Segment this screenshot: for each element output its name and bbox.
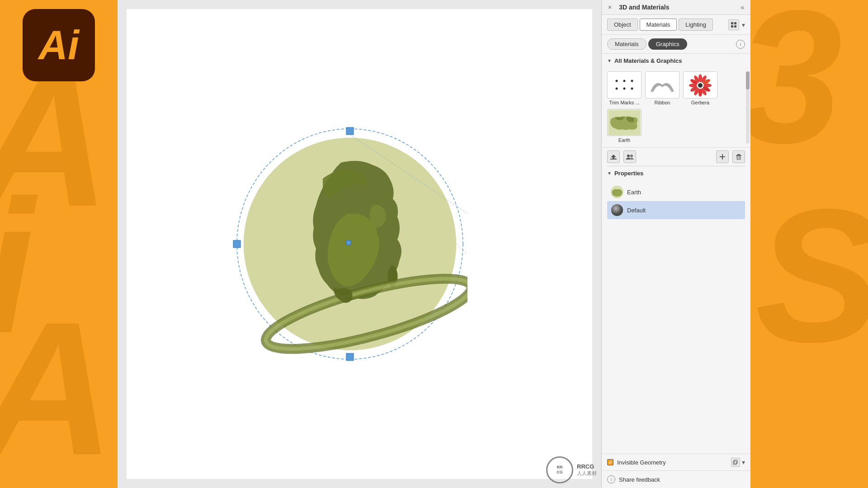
property-item-default[interactable]: Default — [607, 201, 745, 219]
sub-tab-graphics[interactable]: Graphics — [648, 38, 687, 50]
info-icon[interactable]: i — [736, 40, 745, 49]
checkbox-check-icon: ✓ — [609, 460, 612, 465]
ai-logo-text: Ai — [38, 25, 79, 66]
svg-rect-39 — [610, 159, 617, 160]
tabs-extra: ▾ — [728, 19, 745, 30]
svg-rect-15 — [734, 25, 736, 28]
svg-point-50 — [611, 204, 623, 216]
properties-arrow: ▼ — [607, 171, 612, 176]
main-tabs-row: Object Materials Lighting ▾ — [602, 15, 750, 35]
earth-property-label: Earth — [627, 189, 641, 196]
svg-rect-12 — [731, 22, 733, 24]
materials-scroll-track[interactable] — [746, 71, 750, 144]
brand-label: RRCG 人人素材 — [577, 463, 597, 477]
watermark-right-3: 3 — [750, 0, 843, 172]
panel-top-bar: × 3D and Materials « — [602, 0, 750, 15]
globe-container[interactable] — [232, 127, 467, 361]
gerbera-label: Gerbera — [691, 100, 709, 105]
materials-grid: Trim Marks ... Ribbon — [602, 68, 750, 147]
svg-point-17 — [616, 80, 618, 82]
watermark-3: A — [0, 294, 114, 483]
svg-point-20 — [616, 87, 618, 89]
section-collapse-arrow: ▼ — [607, 58, 612, 63]
svg-point-37 — [698, 83, 703, 88]
section-all-materials-label: All Materials & Graphics — [614, 57, 682, 64]
svg-rect-51 — [733, 461, 736, 465]
svg-point-40 — [627, 155, 630, 157]
watermark-a-mid: i — [0, 172, 35, 361]
material-item-ribbon[interactable]: Ribbon — [645, 71, 679, 105]
properties-label: Properties — [614, 170, 643, 177]
material-item-gerbera[interactable]: Gerbera — [683, 71, 717, 105]
brand-watermark: RRCG RRCG 人人素材 — [546, 456, 597, 483]
right-panel: × 3D and Materials « Object Materials Li… — [601, 0, 750, 488]
svg-rect-13 — [734, 22, 736, 24]
earth-thumb — [607, 109, 642, 136]
share-feedback-text[interactable]: Share feedback — [619, 476, 660, 483]
person-group-button[interactable] — [623, 150, 636, 163]
grid-view-icon[interactable] — [728, 19, 739, 30]
svg-point-21 — [623, 87, 626, 89]
svg-point-41 — [630, 155, 633, 157]
globe-svg[interactable] — [232, 127, 467, 361]
panel-title: 3D and Materials — [619, 4, 669, 11]
tab-materials[interactable]: Materials — [640, 19, 677, 31]
panel-close-button[interactable]: × — [606, 3, 613, 12]
svg-rect-14 — [731, 25, 733, 28]
tab-lighting[interactable]: Lighting — [679, 19, 713, 31]
ig-copy-icon[interactable] — [731, 458, 740, 467]
materials-scroll-area: Trim Marks ... Ribbon — [602, 68, 750, 147]
material-item-earth[interactable]: Earth — [607, 109, 642, 143]
svg-point-18 — [623, 80, 626, 82]
property-item-earth[interactable]: Earth — [607, 183, 745, 201]
earth-label: Earth — [618, 137, 630, 143]
add-material-button[interactable] — [716, 150, 729, 163]
invisible-geometry-row: ✓ Invisible Geometry ▾ — [602, 454, 750, 470]
properties-list: Earth Default — [602, 180, 750, 222]
default-property-label: Default — [627, 207, 646, 214]
svg-point-19 — [631, 80, 633, 82]
svg-rect-8 — [233, 240, 241, 248]
left-sidebar: A i A Ai — [0, 0, 118, 488]
material-item-trim-marks[interactable]: Trim Marks ... — [607, 71, 642, 105]
sub-tabs-row: Materials Graphics i — [602, 35, 750, 54]
ig-expand-icon[interactable]: ▾ — [742, 459, 745, 466]
main-canvas: RRCG RRCG 人人素材 — [118, 0, 601, 488]
svg-rect-9 — [346, 240, 351, 245]
watermark-right-s: S — [755, 181, 868, 371]
ribbon-thumb — [645, 71, 679, 99]
panel-collapse-button[interactable]: « — [739, 3, 746, 12]
share-feedback-info-icon: i — [607, 475, 615, 483]
brand-circle: RRCG — [546, 456, 573, 483]
svg-rect-16 — [609, 73, 640, 98]
trim-marks-thumb — [607, 71, 642, 99]
save-to-library-button[interactable] — [607, 150, 620, 163]
tab-object[interactable]: Object — [607, 19, 638, 31]
svg-point-22 — [631, 87, 633, 89]
ai-logo: Ai — [23, 9, 95, 81]
actions-row — [602, 147, 750, 166]
gerbera-thumb — [683, 71, 717, 99]
svg-rect-52 — [734, 460, 737, 464]
earth-property-thumb — [611, 186, 623, 198]
trim-marks-label: Trim Marks ... — [609, 100, 640, 105]
properties-section-header[interactable]: ▼ Properties — [602, 166, 750, 180]
chevron-down-icon[interactable]: ▾ — [742, 21, 745, 28]
all-materials-section-header[interactable]: ▼ All Materials & Graphics — [602, 54, 750, 68]
delete-material-button[interactable] — [732, 150, 745, 163]
spacer — [602, 222, 750, 454]
invisible-geometry-checkbox[interactable]: ✓ — [607, 459, 613, 465]
materials-scroll-thumb[interactable] — [746, 71, 750, 89]
default-property-thumb — [611, 204, 623, 216]
ig-icons: ▾ — [731, 458, 745, 467]
svg-rect-43 — [720, 156, 725, 157]
right-sidebar: 3 S — [750, 0, 868, 488]
invisible-geometry-label: Invisible Geometry — [617, 459, 666, 466]
svg-rect-7 — [346, 353, 354, 361]
svg-rect-6 — [346, 127, 354, 135]
share-feedback-row: i Share feedback — [602, 470, 750, 488]
svg-rect-44 — [736, 155, 741, 156]
sub-tab-materials[interactable]: Materials — [607, 38, 646, 50]
ribbon-label: Ribbon — [655, 100, 670, 105]
svg-rect-45 — [737, 154, 740, 155]
